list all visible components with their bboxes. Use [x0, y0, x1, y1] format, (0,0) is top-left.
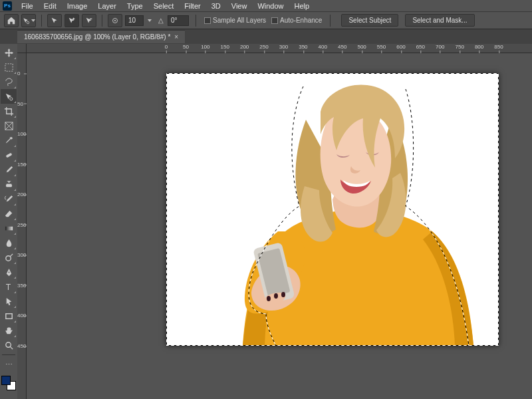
auto-enhance-checkbox[interactable]: Auto-Enhance — [271, 17, 322, 24]
horizontal-ruler[interactable]: 0501001502002503003504004505005506006507… — [27, 44, 532, 53]
ruler-origin[interactable] — [17, 44, 27, 53]
document-canvas[interactable] — [166, 73, 499, 346]
svg-rect-9 — [5, 226, 12, 230]
svg-rect-13 — [5, 313, 11, 319]
healing-brush-tool-icon[interactable] — [1, 148, 17, 162]
history-brush-tool-icon[interactable] — [1, 192, 17, 206]
svg-point-0 — [27, 21, 29, 23]
svg-point-14 — [5, 342, 11, 347]
new-selection-icon[interactable] — [47, 14, 62, 27]
add-selection-icon[interactable] — [65, 14, 79, 27]
menu-select[interactable]: Select — [148, 1, 180, 11]
hand-tool-icon[interactable] — [1, 323, 17, 338]
svg-line-15 — [10, 346, 13, 349]
eraser-tool-icon[interactable] — [1, 206, 17, 221]
move-tool-icon[interactable] — [1, 45, 17, 60]
zoom-tool-icon[interactable] — [1, 338, 17, 352]
divider — [2, 354, 15, 355]
menu-filter[interactable]: Filter — [179, 1, 205, 11]
subtract-selection-icon[interactable] — [82, 14, 96, 27]
menu-window[interactable]: Window — [252, 1, 289, 11]
crop-tool-icon[interactable] — [1, 104, 17, 118]
canvas-area: 0501001502002503003504004505005506006507… — [17, 44, 532, 399]
brush-angle-input[interactable] — [168, 15, 189, 26]
svg-point-19 — [267, 296, 271, 301]
gradient-tool-icon[interactable] — [1, 221, 17, 235]
select-and-mask-button[interactable]: Select and Mask... — [405, 14, 474, 27]
menu-3d[interactable]: 3D — [206, 1, 226, 11]
divider — [330, 15, 331, 27]
tools-panel: T ⋯ — [0, 44, 17, 399]
app-logo: Ps — [3, 1, 12, 11]
color-swatches[interactable] — [1, 376, 16, 390]
menu-edit[interactable]: Edit — [39, 1, 62, 11]
lasso-tool-icon[interactable] — [1, 74, 17, 89]
svg-point-10 — [5, 255, 11, 261]
clone-stamp-tool-icon[interactable] — [1, 177, 17, 192]
close-tab-icon[interactable]: × — [174, 33, 178, 41]
svg-point-4 — [9, 97, 12, 100]
vertical-ruler[interactable]: 050100150200250300350400450 — [17, 53, 27, 399]
menu-type[interactable]: Type — [122, 1, 148, 11]
svg-line-11 — [10, 253, 13, 256]
edit-toolbar-icon[interactable]: ⋯ — [1, 357, 17, 372]
type-tool-icon[interactable]: T — [1, 279, 17, 294]
divider — [102, 15, 102, 27]
svg-text:T: T — [5, 283, 11, 292]
rectangle-tool-icon[interactable] — [1, 309, 17, 323]
svg-rect-3 — [5, 63, 12, 70]
brush-tool-icon[interactable] — [1, 162, 17, 177]
home-button[interactable] — [4, 14, 19, 27]
blur-tool-icon[interactable] — [1, 235, 17, 250]
svg-point-20 — [274, 293, 278, 299]
dodge-tool-icon[interactable] — [1, 250, 17, 265]
brush-size-input[interactable] — [125, 15, 144, 26]
pen-tool-icon[interactable] — [1, 265, 17, 279]
frame-tool-icon[interactable] — [1, 118, 17, 133]
select-subject-button[interactable]: Select Subject — [341, 14, 398, 27]
angle-icon: △ — [158, 17, 164, 24]
menu-help[interactable]: Help — [289, 1, 315, 11]
document-tab-title: 1606835700656.jpg @ 100% (Layer 0, RGB/8… — [24, 33, 170, 41]
quick-select-preset[interactable] — [21, 14, 36, 27]
divider — [41, 15, 42, 27]
svg-point-2 — [114, 19, 116, 21]
document-tab[interactable]: 1606835700656.jpg @ 100% (Layer 0, RGB/8… — [17, 30, 185, 43]
foreground-color-swatch[interactable] — [1, 376, 11, 385]
menu-file[interactable]: File — [16, 1, 39, 11]
chevron-down-icon[interactable] — [148, 19, 152, 22]
sample-all-layers-checkbox[interactable]: Sample All Layers — [204, 17, 266, 24]
brush-preset-icon[interactable] — [108, 14, 122, 27]
quick-selection-tool-icon[interactable] — [1, 89, 17, 104]
svg-point-21 — [281, 292, 285, 297]
path-selection-tool-icon[interactable] — [1, 294, 17, 309]
marquee-tool-icon[interactable] — [1, 60, 17, 74]
document-tab-bar: 1606835700656.jpg @ 100% (Layer 0, RGB/8… — [0, 29, 532, 44]
menubar: Ps File Edit Image Layer Type Select Fil… — [0, 0, 532, 12]
menu-image[interactable]: Image — [62, 1, 93, 11]
menu-layer[interactable]: Layer — [92, 1, 122, 11]
divider — [196, 15, 196, 27]
menu-view[interactable]: View — [226, 1, 253, 11]
eyedropper-tool-icon[interactable] — [1, 133, 17, 148]
svg-rect-8 — [5, 152, 12, 158]
canvas-image — [166, 73, 499, 346]
options-bar: △ Sample All Layers Auto-Enhance Select … — [0, 12, 532, 29]
